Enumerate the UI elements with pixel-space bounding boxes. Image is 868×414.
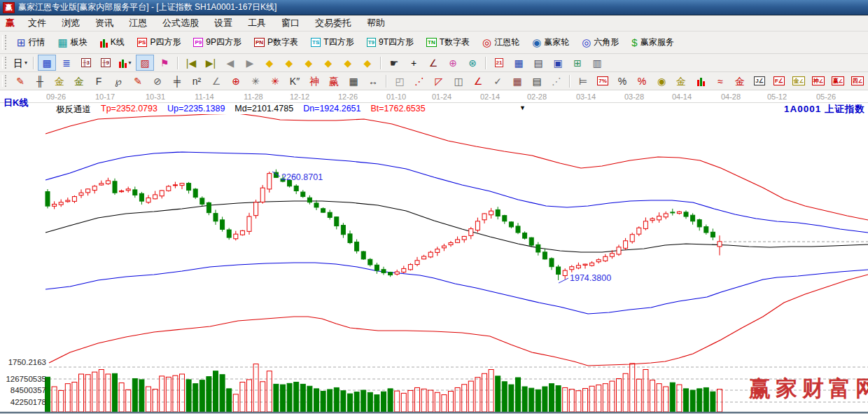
gold-lines1-button[interactable]: 金 — [50, 73, 69, 89]
period-day-button[interactable]: 日▾ — [11, 55, 29, 71]
ying-angle-button[interactable]: 赢∠ — [829, 73, 847, 89]
date-tick: 09-26 — [46, 92, 66, 101]
f-lines-button[interactable]: F — [90, 73, 108, 89]
pan-hand-button[interactable]: ☛ — [385, 55, 403, 71]
p-square-button[interactable]: PSP四方形 — [131, 33, 188, 53]
shen-angle-button[interactable]: 神∠ — [809, 73, 827, 89]
angle-rays-button[interactable]: ∠ — [469, 73, 487, 89]
chart9-button[interactable]: ╫9 — [97, 55, 115, 71]
percent-button[interactable]: % — [613, 73, 631, 89]
print-button[interactable]: ▥ — [588, 55, 606, 71]
pattern-button[interactable]: ▨ — [136, 55, 154, 71]
percent7-button[interactable]: 7% — [594, 73, 612, 89]
k-note-button[interactable]: K″ — [286, 73, 304, 89]
menu-settings[interactable]: 设置 — [206, 15, 240, 31]
gann-lines-button[interactable]: ╫ — [31, 73, 49, 89]
diamond-vexpand-button[interactable]: ◆ — [358, 55, 377, 71]
menu-news[interactable]: 资讯 — [88, 15, 121, 31]
gold-angle-button[interactable]: 金∠ — [790, 73, 808, 89]
notes-button[interactable]: ▤ — [529, 55, 547, 71]
f-angle-button[interactable]: F∠ — [770, 73, 788, 89]
ying-icon: 赢 — [329, 76, 339, 86]
grid-red-button[interactable]: ▦ — [508, 73, 526, 89]
spiderweb-button[interactable]: ✳ — [246, 73, 265, 89]
hexagon-button[interactable]: ◎六角形 — [575, 33, 625, 53]
page-prev-button[interactable]: ◀ — [221, 55, 239, 71]
menu-formula-stockpick[interactable]: 公式选股 — [155, 15, 206, 31]
width-arrows-button[interactable]: ↔ — [364, 73, 382, 89]
seek-last-button[interactable]: ▶| — [202, 55, 220, 71]
kline-button[interactable]: K线 — [94, 33, 131, 53]
pen-red-button[interactable]: ✎ — [11, 73, 29, 89]
chart-canvas[interactable]: 1750.216312675053584500357422501782260.8… — [0, 114, 868, 414]
n-squared-button[interactable]: n² — [188, 73, 206, 89]
ray-fan-button[interactable]: ⋰ — [410, 73, 428, 89]
price-ladder-button[interactable]: ⊨ — [574, 73, 592, 89]
list-view-button[interactable]: ≣ — [57, 55, 76, 71]
period-day-icon: 日 — [13, 58, 23, 68]
ying-tool-button[interactable]: 赢 — [325, 73, 343, 89]
gold-red-button[interactable]: 金 — [731, 73, 749, 89]
p-number-table-button[interactable]: PNP数字表 — [248, 33, 304, 53]
menu-file[interactable]: 文件 — [20, 15, 54, 31]
menu-tools[interactable]: 工具 — [240, 15, 274, 31]
gold-lines2-button[interactable]: 金 — [70, 73, 88, 89]
grid-dark-button[interactable]: ▤ — [528, 73, 546, 89]
menu-window[interactable]: 窗口 — [274, 15, 307, 31]
marker-pen-button[interactable]: ✎ — [129, 73, 147, 89]
diamond-hexpand-button[interactable]: ◆ — [300, 55, 318, 71]
diag-lines-button[interactable]: ⋰ — [547, 73, 566, 89]
grid-123-button[interactable]: ▦ — [344, 73, 363, 89]
seek-first-button[interactable]: |◀ — [182, 55, 200, 71]
winner-service-button[interactable]: $赢家服务 — [625, 33, 680, 53]
diamond-hshrink-button[interactable]: ◆ — [319, 55, 337, 71]
percent-line-button[interactable]: % — [633, 73, 651, 89]
page-next-button[interactable]: ▶ — [241, 55, 259, 71]
pink-tool-button[interactable]: ⊕ — [444, 55, 462, 71]
p9-square-button[interactable]: P99P四方形 — [187, 33, 247, 53]
j-angle-button[interactable]: J∠ — [750, 73, 769, 89]
menu-trade[interactable]: 交易委托 — [307, 15, 359, 31]
calculator-button[interactable]: ▦ — [510, 55, 528, 71]
t-number-table-button[interactable]: TNT数字表 — [420, 33, 476, 53]
gold-line-button[interactable]: 金 — [672, 73, 690, 89]
menu-help[interactable]: 帮助 — [359, 15, 393, 31]
save-button[interactable]: ▣ — [549, 55, 567, 71]
gold-circle-button[interactable]: ◉ — [652, 73, 671, 89]
diamond-right-button[interactable]: ◆ — [280, 55, 298, 71]
quotes-button[interactable]: ⊞行情 — [10, 33, 52, 53]
menu-browse[interactable]: 浏览 — [54, 15, 88, 31]
web-grid-button[interactable]: ▩ — [38, 55, 56, 71]
target-red-button[interactable]: ⊕ — [227, 73, 245, 89]
shen-tool-button[interactable]: 神 — [305, 73, 323, 89]
angle-measure-button[interactable]: ∠ — [424, 55, 442, 71]
angle-tool-button[interactable]: ∠ — [207, 73, 225, 89]
web-box-button[interactable]: ◫ — [449, 73, 468, 89]
spiderweb-red-button[interactable]: ✳ — [266, 73, 284, 89]
ray-fan-box-button[interactable]: ◸ — [430, 73, 448, 89]
share-button[interactable]: ⊞ — [568, 55, 587, 71]
diamond-vshrink-icon: ◆ — [344, 58, 352, 68]
sectors-button[interactable]: ▦板块 — [52, 33, 94, 53]
diamond-left-button[interactable]: ◆ — [260, 55, 279, 71]
t-square-button[interactable]: TST四方形 — [304, 33, 360, 53]
menu-gann[interactable]: 江恩 — [121, 15, 155, 31]
diamond-vshrink-button[interactable]: ◆ — [339, 55, 357, 71]
calendar-button[interactable]: 21 — [490, 55, 508, 71]
wave-button[interactable]: ≈ — [711, 73, 729, 89]
si-angle-button[interactable]: 四∠ — [848, 73, 867, 89]
candle-pen-button[interactable] — [692, 73, 710, 89]
spiral-button[interactable]: ℘ — [109, 73, 127, 89]
check-line-button[interactable]: ✓ — [489, 73, 507, 89]
t9-square-button[interactable]: T99T四方形 — [360, 33, 420, 53]
dense-lines-button[interactable]: ╪ — [168, 73, 186, 89]
rect-select-button[interactable]: ◰ — [391, 73, 409, 89]
gann-circle-button[interactable]: ⊘ — [148, 73, 167, 89]
teal-tool-button[interactable]: ⊛ — [463, 55, 482, 71]
winner-wheel-button[interactable]: ◉赢家轮 — [526, 33, 575, 53]
crosshair-button[interactable]: + — [405, 55, 423, 71]
color-flag-button[interactable]: ⚑ — [155, 55, 174, 71]
candle-style-button[interactable]: ▾ — [116, 55, 134, 71]
chart3-button[interactable]: ╫3 — [77, 55, 95, 71]
gann-wheel-button[interactable]: ◎江恩轮 — [476, 33, 526, 53]
